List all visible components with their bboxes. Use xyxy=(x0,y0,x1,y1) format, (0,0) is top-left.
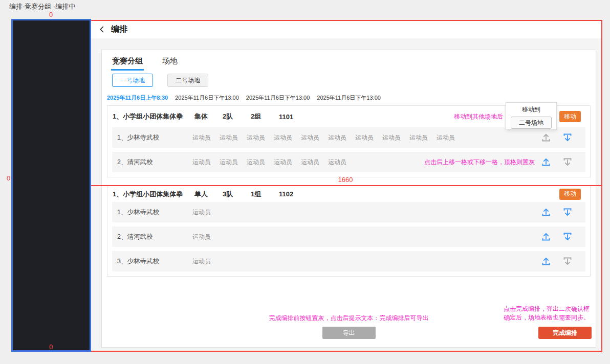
athlete-cell: 运动员 xyxy=(437,133,464,142)
tab-competition-groups[interactable]: 竞赛分组 xyxy=(112,56,143,71)
group-meta-type: 单人 xyxy=(194,190,223,199)
page-heading: 编排 xyxy=(111,24,127,35)
school-name: 1、少林寺武校 xyxy=(117,208,192,217)
tab-bar: 竞赛分组 场地 xyxy=(112,56,178,71)
table-row: 1、少林寺武校 运动员 xyxy=(112,202,585,222)
move-down-icon[interactable] xyxy=(562,157,573,167)
venue-switcher: 一号场地 二号场地 xyxy=(112,74,208,87)
table-row: 3、少林寺武校 运动员 xyxy=(112,251,585,271)
session-item[interactable]: 2025年11月6日上午8:30 xyxy=(107,94,168,102)
group-meta-code: 1101 xyxy=(279,113,307,121)
redline-bottom xyxy=(91,351,602,352)
athlete-cell: 运动员 xyxy=(328,158,355,167)
athlete-cell: 运动员 xyxy=(247,133,274,142)
row-move-controls xyxy=(541,132,573,143)
athlete-cell: 运动员 xyxy=(192,257,220,266)
group-meta-groups: 2组 xyxy=(251,112,279,121)
redline-height-label: 1660 xyxy=(320,176,371,184)
group-header: 1、小学组小团体集体拳 单人 3队 1组 1102 移动 xyxy=(107,186,590,202)
venue-button-1[interactable]: 一号场地 xyxy=(112,74,153,87)
chevron-left-icon xyxy=(98,26,106,33)
redline-top xyxy=(91,20,602,21)
main-header: 编排 xyxy=(91,20,602,38)
row-move-controls xyxy=(541,232,573,242)
session-item[interactable]: 2025年11月6日下午13:00 xyxy=(175,94,239,102)
finish-arrange-button[interactable]: 完成编排 xyxy=(538,327,592,339)
athlete-list: 运动员 运动员 运动员 运动员 运动员 运动员 xyxy=(192,158,424,167)
group-title: 1、小学组小团体集体拳 xyxy=(113,112,194,121)
move-button[interactable]: 移动 xyxy=(559,111,581,122)
athlete-list: 运动员 xyxy=(192,208,541,217)
athlete-list: 运动员 xyxy=(192,257,541,266)
athlete-cell: 运动员 xyxy=(274,133,301,142)
athlete-cell: 运动员 xyxy=(192,158,220,167)
athlete-cell: 运动员 xyxy=(220,158,247,167)
athlete-list: 运动员 xyxy=(192,233,541,241)
table-row: 1、少林寺武校 运动员 运动员 运动员 运动员 运动员 运动员 运动员 运动员 … xyxy=(112,127,585,148)
school-name: 2、清河武校 xyxy=(117,158,192,167)
athlete-cell: 运动员 xyxy=(247,158,274,167)
back-button[interactable]: 编排 xyxy=(98,24,127,35)
redline-measure xyxy=(91,185,602,186)
move-up-icon[interactable] xyxy=(541,207,551,217)
athlete-cell: 运动员 xyxy=(192,208,220,217)
move-to-popup: 移动到 二号场地 xyxy=(506,102,557,130)
tab-venues[interactable]: 场地 xyxy=(162,56,178,71)
athlete-cell: 运动员 xyxy=(355,133,382,142)
table-row: 2、清河武校 运动员 xyxy=(112,226,585,247)
group-title: 1、小学组小团体集体拳 xyxy=(113,190,194,199)
group-meta-code: 1102 xyxy=(279,190,307,198)
row-move-controls xyxy=(541,207,573,217)
move-up-icon[interactable] xyxy=(541,232,551,242)
popup-venue-option[interactable]: 二号场地 xyxy=(511,117,552,129)
move-up-icon[interactable] xyxy=(541,256,551,266)
sidebar-placeholder xyxy=(11,19,91,352)
redline-marker-top: 0 xyxy=(49,11,53,18)
school-name: 1、少林寺武校 xyxy=(117,133,192,142)
school-name: 2、清河武校 xyxy=(117,233,192,241)
group-rows: 1、少林寺武校 运动员 2、清河武校 xyxy=(107,202,590,276)
group-meta-type: 集体 xyxy=(194,112,223,121)
athlete-cell: 运动员 xyxy=(220,133,247,142)
annotation-note-finish: 点击完成编排，弹出二次确认框 确定后，场地表格也需要同步。 xyxy=(504,305,590,322)
annotation-note-finish-line2: 确定后，场地表格也需要同步。 xyxy=(504,313,590,322)
move-down-icon[interactable] xyxy=(562,232,573,242)
venue-button-2[interactable]: 二号场地 xyxy=(167,74,208,87)
row-move-controls xyxy=(541,256,573,266)
group-meta-groups: 1组 xyxy=(251,190,279,199)
move-up-icon[interactable] xyxy=(541,157,551,167)
move-button[interactable]: 移动 xyxy=(559,189,581,200)
redline-marker-bottom: 0 xyxy=(49,343,53,351)
athlete-cell: 运动员 xyxy=(301,133,328,142)
move-down-icon[interactable] xyxy=(562,207,573,217)
athlete-list: 运动员 运动员 运动员 运动员 运动员 运动员 运动员 运动员 运动员 运动员 xyxy=(192,133,541,142)
main-card: 竞赛分组 场地 一号场地 二号场地 2025年11月6日上午8:30 2025年… xyxy=(101,50,596,348)
redline-right xyxy=(601,20,602,352)
school-name: 3、少林寺武校 xyxy=(117,257,192,266)
move-up-icon[interactable] xyxy=(541,132,551,143)
move-down-icon[interactable] xyxy=(562,132,573,143)
athlete-cell: 运动员 xyxy=(328,133,355,142)
athlete-cell: 运动员 xyxy=(192,233,220,241)
session-item[interactable]: 2025年11月6日下午13:00 xyxy=(317,94,381,102)
session-item[interactable]: 2025年11月6日下午13:00 xyxy=(246,94,310,102)
table-row: 2、清河武校 运动员 运动员 运动员 运动员 运动员 运动员 点击后上移一格或下… xyxy=(112,152,585,172)
move-down-icon[interactable] xyxy=(562,256,573,266)
athlete-cell: 运动员 xyxy=(192,133,220,142)
content-area: 竞赛分组 场地 一号场地 二号场地 2025年11月6日上午8:30 2025年… xyxy=(91,38,602,352)
annotation-note-reorder: 点击后上移一格或下移一格，顶格则置灰 xyxy=(424,158,535,167)
session-list: 2025年11月6日上午8:30 2025年11月6日下午13:00 2025年… xyxy=(107,94,381,102)
athlete-cell: 运动员 xyxy=(301,158,328,167)
athlete-cell: 运动员 xyxy=(409,133,437,142)
redline-marker-left: 0 xyxy=(7,174,10,182)
athlete-cell: 运动员 xyxy=(274,158,301,167)
athlete-cell: 运动员 xyxy=(382,133,409,142)
annotation-note-finish-line1: 点击完成编排，弹出二次确认框 xyxy=(504,305,590,313)
row-move-controls xyxy=(541,157,573,167)
page-state-label: 编排-竞赛分组 -编排中 xyxy=(9,2,75,11)
group-table-2: 1、小学组小团体集体拳 单人 3队 1组 1102 移动 1、少林寺武校 运动员 xyxy=(107,186,591,277)
group-meta-teams: 3队 xyxy=(223,190,251,199)
export-button[interactable]: 导出 xyxy=(322,327,376,339)
group-meta-teams: 2队 xyxy=(223,112,251,121)
popup-title: 移动到 xyxy=(506,105,556,114)
